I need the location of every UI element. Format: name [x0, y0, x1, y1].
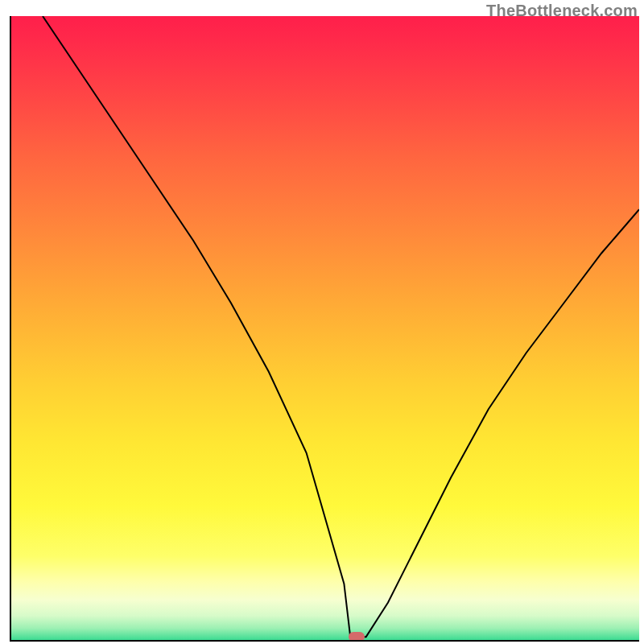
bottleneck-chart: TheBottleneck.com	[0, 0, 644, 644]
bottleneck-curve-path	[43, 16, 639, 637]
curve-layer	[11, 16, 639, 640]
source-watermark: TheBottleneck.com	[486, 2, 638, 20]
plot-area	[10, 16, 639, 642]
optimal-point-marker	[349, 632, 365, 642]
